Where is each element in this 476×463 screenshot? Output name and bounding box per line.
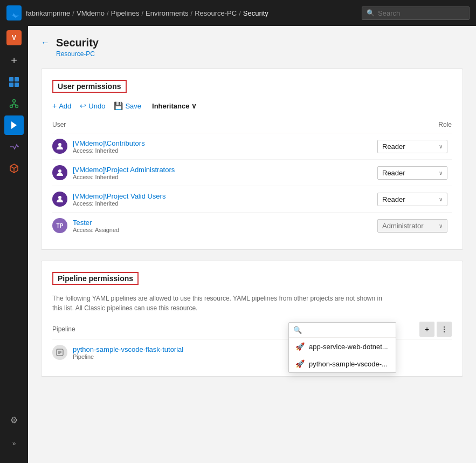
- undo-button[interactable]: ↩ Undo: [80, 101, 105, 110]
- dropdown-item-label-0: app-service-web-dotnet...: [309, 343, 388, 351]
- table-row: [VMdemo]\Project Administrators Access: …: [52, 160, 452, 186]
- user-permissions-toolbar: + Add ↩ Undo 💾 Save Inheritance ∨: [52, 101, 452, 110]
- user-avatar-3: [52, 192, 67, 207]
- svg-point-9: [58, 169, 61, 173]
- role-label-1: Reader: [382, 142, 405, 151]
- sidebar-item-boards[interactable]: [4, 72, 24, 92]
- user-permissions-card: User permissions + Add ↩ Undo 💾 Save Inh…: [41, 69, 463, 250]
- search-input[interactable]: [378, 9, 465, 17]
- dropdown-search-input[interactable]: [305, 326, 396, 334]
- svg-point-4: [13, 100, 16, 103]
- role-dropdown-2[interactable]: Reader ∨: [377, 166, 447, 180]
- role-cell-3: Reader ∨: [304, 186, 452, 213]
- sidebar-bottom: ⚙ »: [4, 409, 24, 459]
- svg-rect-0: [9, 77, 13, 81]
- role-cell-2: Reader ∨: [304, 160, 452, 186]
- user-name-1[interactable]: [VMdemo]\Contributors: [73, 139, 145, 147]
- dropdown-search-icon: 🔍: [293, 326, 302, 334]
- table-row: [VMdemo]\Project Valid Users Access: Inh…: [52, 186, 452, 213]
- user-cell-3: [VMdemo]\Project Valid Users Access: Inh…: [52, 186, 304, 213]
- pipeline-dropdown-icon-0: 🚀: [295, 342, 305, 351]
- dropdown-item-label-1: python-sample-vscode-...: [309, 360, 388, 368]
- role-dropdown-4[interactable]: Administrator ∨: [377, 219, 447, 233]
- user-access-4: Access: Assigned: [73, 227, 119, 233]
- sidebar-item-repos[interactable]: [4, 94, 24, 113]
- role-dropdown-3[interactable]: Reader ∨: [377, 193, 447, 206]
- content-area: ← Security Resource-PC User permissions …: [28, 26, 476, 463]
- user-name-4[interactable]: Tester: [73, 219, 119, 227]
- inheritance-button[interactable]: Inheritance ∨: [152, 102, 197, 110]
- svg-point-10: [58, 196, 61, 199]
- chevron-icon-2: ∨: [439, 170, 443, 176]
- pipeline-name[interactable]: python-sample-vscode-flask-tutorial: [73, 345, 183, 353]
- pipeline-col-label: Pipeline: [52, 325, 75, 333]
- pipeline-add-button[interactable]: +: [419, 322, 434, 337]
- sidebar: V + ⚙ »: [0, 26, 28, 463]
- pipeline-permissions-card: Pipeline permissions The following YAML …: [41, 261, 463, 377]
- breadcrumb-pipelines[interactable]: Pipelines: [111, 9, 140, 17]
- dropdown-item[interactable]: 🚀 app-service-web-dotnet...: [289, 338, 396, 355]
- breadcrumb: fabrikamprime / VMdemo / Pipelines / Env…: [26, 9, 357, 17]
- user-name-2[interactable]: [VMdemo]\Project Administrators: [73, 166, 175, 174]
- page-subtitle: Resource-PC: [56, 50, 99, 58]
- sidebar-item-add[interactable]: +: [4, 51, 24, 70]
- role-label-4: Administrator: [382, 222, 424, 230]
- save-icon: 💾: [114, 101, 123, 110]
- sidebar-item-testplans[interactable]: [4, 137, 24, 156]
- role-cell-1: Reader ∨: [304, 133, 452, 160]
- search-icon: 🔍: [367, 9, 375, 17]
- pipeline-icon: [52, 345, 67, 360]
- svg-point-8: [58, 143, 61, 146]
- svg-rect-2: [9, 83, 13, 87]
- page-header: ← Security Resource-PC: [41, 37, 463, 58]
- pipeline-description: The following YAML pipelines are allowed…: [52, 294, 387, 313]
- pipeline-more-button[interactable]: ⋮: [437, 322, 452, 337]
- user-access-1: Access: Inherited: [73, 147, 145, 154]
- role-label-2: Reader: [382, 169, 405, 177]
- back-button[interactable]: ←: [41, 38, 50, 47]
- breadcrumb-vmdemo[interactable]: VMdemo: [77, 9, 105, 17]
- permissions-table: User Role [VMdemo]\Contributors Access: …: [52, 119, 452, 239]
- breadcrumb-environments[interactable]: Environments: [146, 9, 188, 17]
- svg-marker-7: [11, 121, 17, 129]
- page-title-block: Security Resource-PC: [56, 37, 99, 58]
- chevron-icon-3: ∨: [439, 196, 443, 202]
- undo-icon: ↩: [80, 101, 86, 110]
- add-button[interactable]: + Add: [52, 101, 71, 110]
- user-cell-1: [VMdemo]\Contributors Access: Inherited: [52, 133, 304, 160]
- pipeline-dropdown: 🔍 🚀 app-service-web-dotnet... 🚀 python-s…: [288, 322, 396, 373]
- sidebar-item-artifacts[interactable]: [4, 159, 24, 178]
- save-button[interactable]: 💾 Save: [114, 101, 141, 110]
- dropdown-items: 🚀 app-service-web-dotnet... 🚀 python-sam…: [289, 338, 396, 372]
- sidebar-item-expand[interactable]: »: [4, 434, 24, 453]
- user-permissions-title: User permissions: [52, 80, 127, 93]
- sidebar-item-pipelines[interactable]: [4, 115, 24, 135]
- page-title: Security: [56, 37, 99, 49]
- dropdown-search-row[interactable]: 🔍: [289, 323, 396, 338]
- sidebar-item-settings[interactable]: ⚙: [4, 410, 24, 430]
- svg-rect-3: [15, 83, 19, 87]
- avatar[interactable]: V: [6, 30, 22, 45]
- app-logo[interactable]: [6, 5, 22, 21]
- role-label-3: Reader: [382, 195, 405, 203]
- svg-point-5: [10, 105, 13, 108]
- user-cell-4: TP Tester Access: Assigned: [52, 213, 304, 239]
- search-box[interactable]: 🔍: [362, 6, 470, 20]
- breadcrumb-fabrikamprime[interactable]: fabrikamprime: [26, 9, 70, 17]
- user-avatar-4: TP: [52, 218, 67, 233]
- user-col-header: User: [52, 119, 304, 133]
- topbar: fabrikamprime / VMdemo / Pipelines / Env…: [0, 0, 476, 26]
- dropdown-item[interactable]: 🚀 python-sample-vscode-...: [289, 355, 396, 372]
- pipeline-permissions-title: Pipeline permissions: [52, 272, 139, 285]
- user-name-3[interactable]: [VMdemo]\Project Valid Users: [73, 192, 165, 200]
- plus-icon: +: [52, 101, 57, 110]
- main-layout: V + ⚙ » ← Security Resource-PC: [0, 26, 476, 463]
- svg-rect-1: [15, 77, 19, 81]
- user-cell-2: [VMdemo]\Project Administrators Access: …: [52, 160, 304, 186]
- pipeline-dropdown-icon-1: 🚀: [295, 359, 305, 368]
- table-row: [VMdemo]\Contributors Access: Inherited …: [52, 133, 452, 160]
- role-dropdown-1[interactable]: Reader ∨: [377, 140, 447, 153]
- chevron-icon-1: ∨: [439, 144, 443, 149]
- user-access-3: Access: Inherited: [73, 200, 165, 207]
- breadcrumb-resourcepc[interactable]: Resource-PC: [195, 9, 237, 17]
